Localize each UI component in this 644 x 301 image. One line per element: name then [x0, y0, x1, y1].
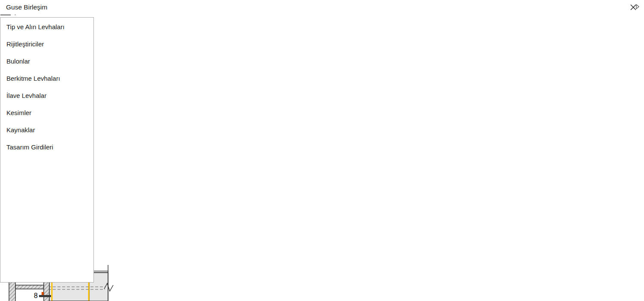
close-icon — [630, 4, 636, 10]
sidebar: Tip ve Alın Levhaları Rijitleştiriciler … — [0, 17, 94, 283]
sidebar-item-ilave-levhalar[interactable]: İlave Levhalar — [1, 88, 93, 103]
weld-throat-symbol-image: w a — [0, 191, 644, 239]
weld-number-label: 8 — [34, 292, 38, 299]
sidebar-item-tip-ve-alin-levhalari[interactable]: Tip ve Alın Levhaları — [1, 20, 93, 34]
window-title: Guse Birleşim — [6, 0, 47, 15]
guse-birlesim-dialog: Guse Birleşim Tip ve Alın Levhaları Riji… — [0, 0, 644, 301]
sidebar-item-tasarim-girdileri[interactable]: Tasarım Girdileri — [1, 140, 93, 155]
sidebar-item-berkitme-levhalari[interactable]: Berkitme Levhaları — [1, 71, 93, 86]
sidebar-item-bulonlar[interactable]: Bulonlar — [1, 54, 93, 69]
title-bar: Guse Birleşim — [0, 0, 644, 15]
sidebar-item-kaynaklar[interactable]: Kaynaklar — [1, 123, 93, 137]
arrow-right-icon — [636, 4, 639, 9]
sidebar-item-kesimler[interactable]: Kesimler — [1, 106, 93, 120]
sidebar-item-rijitlestiriciler[interactable]: Rijitleştiriciler — [1, 37, 93, 52]
weld-diagram-2d: 8 8 2 2 — [0, 239, 644, 301]
close-button[interactable] — [623, 0, 644, 15]
